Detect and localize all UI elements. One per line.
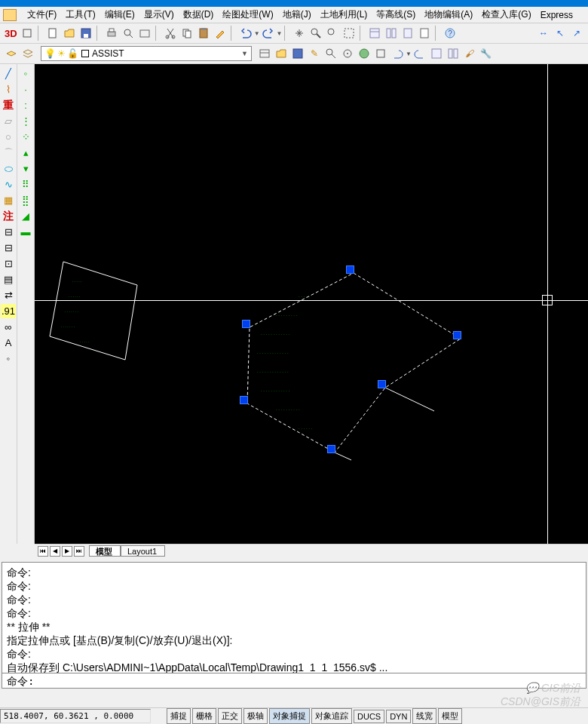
- point4-icon[interactable]: ⋮: [18, 114, 33, 128]
- drawing-canvas[interactable]: · · · · ·· · · · · · · · · · · · ·· · · …: [35, 64, 588, 544]
- undo-icon[interactable]: [238, 26, 253, 41]
- ducs-toggle[interactable]: DUCS: [354, 710, 384, 723]
- point3-icon[interactable]: :: [18, 98, 33, 112]
- props-icon[interactable]: [367, 26, 382, 41]
- ortho-toggle[interactable]: 正交: [218, 708, 242, 724]
- save-icon[interactable]: [78, 26, 93, 41]
- arrow-left-icon[interactable]: ↔: [536, 26, 551, 41]
- line-icon[interactable]: ╱: [1, 66, 16, 81]
- grip-handle[interactable]: [327, 445, 335, 453]
- designctr-icon[interactable]: [384, 26, 399, 41]
- table2-icon[interactable]: [446, 46, 461, 61]
- target-icon[interactable]: [340, 46, 355, 61]
- ellipse-icon[interactable]: ⬭: [1, 161, 16, 176]
- dim2-icon[interactable]: ⊟: [1, 241, 16, 255]
- num91-button[interactable]: .91: [1, 304, 16, 318]
- grip-handle[interactable]: [242, 320, 250, 328]
- arrow-up-icon[interactable]: ↖: [553, 26, 568, 41]
- table-icon[interactable]: ▤: [1, 272, 16, 287]
- tab-next-icon[interactable]: ▶: [62, 546, 72, 557]
- matchprop-icon[interactable]: [213, 26, 228, 41]
- menu-file[interactable]: 文件(F): [23, 7, 61, 23]
- dyn-toggle[interactable]: DYN: [386, 710, 411, 723]
- zoom2-icon[interactable]: [323, 46, 338, 61]
- open2-icon[interactable]: [274, 46, 289, 61]
- menu-tools[interactable]: 工具(T): [61, 7, 100, 23]
- layerstate-icon[interactable]: [20, 46, 35, 61]
- polar-toggle[interactable]: 极轴: [243, 708, 268, 724]
- menu-contour[interactable]: 等高线(S): [372, 7, 420, 23]
- dots2-icon[interactable]: ⣿: [18, 193, 33, 207]
- grip-handle[interactable]: [453, 331, 461, 339]
- cube-icon[interactable]: [20, 26, 35, 41]
- zoom-icon[interactable]: [308, 26, 323, 41]
- arc-icon[interactable]: ⌒: [1, 146, 16, 160]
- sheetset-icon[interactable]: [417, 26, 432, 41]
- menu-feature-edit[interactable]: 地物编辑(A): [420, 7, 477, 23]
- dots1-icon[interactable]: ⠿: [18, 177, 33, 192]
- redo2-icon[interactable]: [412, 46, 427, 61]
- brush-icon[interactable]: 🖌: [462, 46, 477, 61]
- menu-view[interactable]: 显示(V): [139, 7, 179, 23]
- layermgr-icon[interactable]: [257, 46, 272, 61]
- menu-data[interactable]: 数据(D): [179, 7, 219, 23]
- zoom-prev-icon[interactable]: [325, 26, 340, 41]
- grip-handle[interactable]: [240, 396, 248, 404]
- layerprops-icon[interactable]: [4, 46, 19, 61]
- point2-icon[interactable]: ·: [18, 82, 33, 97]
- tri-down-icon[interactable]: ▾: [18, 161, 33, 176]
- wrench-icon[interactable]: 🔧: [479, 46, 494, 61]
- circle-icon[interactable]: ○: [1, 130, 16, 144]
- preview-icon[interactable]: [121, 26, 136, 41]
- redo-icon[interactable]: [261, 26, 276, 41]
- link-icon[interactable]: ∞: [1, 320, 16, 334]
- dim3-icon[interactable]: ⊡: [1, 256, 16, 271]
- new-icon[interactable]: [45, 26, 60, 41]
- zhu-button[interactable]: 注: [1, 209, 16, 223]
- hatch-icon[interactable]: ▦: [1, 193, 16, 207]
- arrow-right-icon[interactable]: ↗: [569, 26, 584, 41]
- ramp-icon[interactable]: ◢: [18, 209, 33, 223]
- copy-icon[interactable]: [179, 26, 194, 41]
- lwt-toggle[interactable]: 线宽: [412, 708, 436, 724]
- grad-icon[interactable]: ▬: [18, 225, 33, 239]
- rect-icon[interactable]: ▱: [1, 114, 16, 128]
- menu-cadastre[interactable]: 地籍(J): [278, 7, 316, 23]
- menu-check[interactable]: 检查入库(G): [477, 7, 535, 23]
- cut-icon[interactable]: [163, 26, 178, 41]
- pencil-icon[interactable]: ✎: [307, 46, 322, 61]
- point1-icon[interactable]: ◦: [18, 66, 33, 81]
- style-icon[interactable]: A: [1, 336, 16, 350]
- publish-icon[interactable]: [137, 26, 152, 41]
- layer-dropdown[interactable]: 💡 ☀ 🔓 ASSIST ▼: [41, 46, 252, 61]
- tab-model[interactable]: 模型: [89, 545, 121, 557]
- help-icon[interactable]: ?: [443, 26, 458, 41]
- paste-icon[interactable]: [196, 26, 211, 41]
- view-3d-button[interactable]: 3D: [3, 28, 19, 39]
- globe-icon[interactable]: [357, 46, 372, 61]
- swap-icon[interactable]: ⇄: [1, 288, 16, 302]
- tab-last-icon[interactable]: ⏭: [74, 546, 84, 557]
- osnap-toggle[interactable]: 对象捕捉: [269, 708, 310, 724]
- table1-icon[interactable]: [429, 46, 444, 61]
- command-history[interactable]: 命令: 命令: 命令: 命令: ** 拉伸 ** 指定拉伸点或 [基点(B)/复…: [2, 562, 586, 673]
- menu-draw[interactable]: 绘图处理(W): [218, 7, 277, 23]
- pline-icon[interactable]: ⌇: [1, 82, 16, 97]
- tab-layout1[interactable]: Layout1: [121, 545, 165, 557]
- open-icon[interactable]: [62, 26, 77, 41]
- command-input[interactable]: 命令:: [2, 673, 586, 689]
- grid-toggle[interactable]: 栅格: [192, 708, 216, 724]
- dim1-icon[interactable]: ⊟: [1, 225, 16, 239]
- grip-handle[interactable]: [346, 265, 354, 274]
- zoom-win-icon[interactable]: [341, 26, 357, 41]
- snap-toggle[interactable]: 捕捉: [167, 708, 191, 724]
- toolpal-icon[interactable]: [400, 26, 415, 41]
- tab-first-icon[interactable]: ⏮: [38, 546, 48, 557]
- grip-handle[interactable]: [378, 380, 386, 388]
- menu-express[interactable]: Express: [536, 8, 577, 22]
- chong-button[interactable]: 重: [1, 98, 16, 112]
- model-toggle[interactable]: 模型: [438, 708, 462, 724]
- tri-up-icon[interactable]: ▴: [18, 146, 33, 160]
- extra-icon[interactable]: ◦: [1, 351, 16, 366]
- otrack-toggle[interactable]: 对象追踪: [311, 708, 352, 724]
